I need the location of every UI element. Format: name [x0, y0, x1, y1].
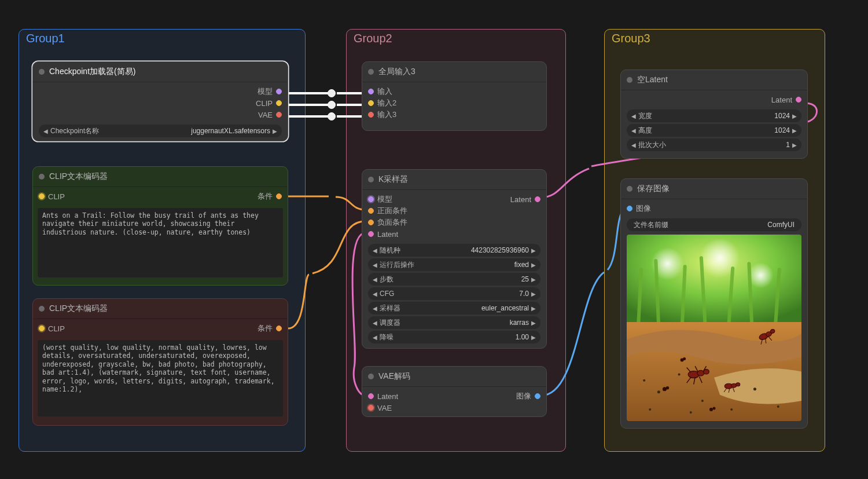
port-image-in[interactable] — [627, 206, 632, 211]
group3-title: Group3 — [612, 32, 650, 45]
chevron-right-icon[interactable]: ▶ — [531, 247, 536, 254]
svg-point-18 — [777, 405, 779, 408]
node-title: K采样器 — [378, 174, 408, 185]
port-latent-out[interactable] — [796, 97, 801, 103]
widget-filename-prefix[interactable]: 文件名前缀ComfyUI — [627, 218, 801, 231]
input-label: 输入2 — [377, 98, 396, 108]
port-vae-in[interactable] — [368, 405, 374, 411]
widget-steps[interactable]: ◀步数25▶ — [368, 273, 540, 286]
collapse-dot-icon[interactable] — [368, 177, 374, 182]
widget-seed[interactable]: ◀随机种442302825936960▶ — [368, 244, 540, 257]
port-cond-out[interactable] — [276, 326, 282, 331]
node-ksampler[interactable]: K采样器 模型 Latent 正面条件 负面条件 Latent ◀随机种4423… — [362, 169, 547, 349]
widget-value: ComfyUI — [767, 221, 795, 229]
input-label: 输入 — [377, 86, 392, 97]
chevron-right-icon[interactable]: ▶ — [531, 291, 536, 297]
chevron-left-icon[interactable]: ◀ — [373, 334, 377, 341]
input-label: Latent — [377, 230, 398, 239]
reroute[interactable] — [328, 101, 336, 109]
chevron-right-icon[interactable]: ▶ — [792, 113, 797, 119]
chevron-left-icon[interactable]: ◀ — [373, 320, 377, 326]
port-latent-out[interactable] — [535, 196, 540, 202]
chevron-left-icon[interactable]: ◀ — [373, 291, 377, 297]
output-label: Latent — [510, 195, 531, 204]
port-clip-in[interactable] — [39, 326, 45, 331]
chevron-right-icon[interactable]: ▶ — [531, 305, 536, 312]
collapse-dot-icon[interactable] — [368, 69, 374, 75]
node-clip-text-encode-positive[interactable]: CLIP文本编码器 CLIP 条件 Ants on a Trail: Follo… — [32, 166, 288, 286]
port-pos-in[interactable] — [368, 208, 374, 214]
port-in3[interactable] — [368, 112, 374, 118]
widget-label: 运行后操作 — [380, 260, 414, 270]
widget-height[interactable]: ◀高度1024▶ — [627, 124, 801, 137]
chevron-left-icon[interactable]: ◀ — [631, 127, 636, 134]
prompt-textarea[interactable]: (worst quality, low quality, normal qual… — [38, 340, 283, 416]
widget-ckpt-name[interactable]: ◀ Checkpoint名称 juggernautXL.safetensors … — [39, 125, 282, 137]
reroute[interactable] — [328, 89, 336, 97]
chevron-left-icon[interactable]: ◀ — [43, 128, 48, 134]
collapse-dot-icon[interactable] — [627, 186, 632, 192]
node-save-image[interactable]: 保存图像 图像 文件名前缀ComfyUI — [620, 178, 808, 429]
collapse-dot-icon[interactable] — [39, 174, 45, 180]
chevron-left-icon[interactable]: ◀ — [631, 142, 636, 148]
widget-scheduler[interactable]: ◀调度器karras▶ — [368, 316, 540, 329]
widget-cfg[interactable]: ◀CFG7.0▶ — [368, 287, 540, 300]
chevron-right-icon[interactable]: ▶ — [531, 334, 536, 341]
node-header[interactable]: Checkpoint加载器(简易) — [33, 62, 288, 82]
node-header[interactable]: K采样器 — [362, 170, 546, 190]
port-clip-in[interactable] — [39, 193, 45, 199]
node-clip-text-encode-negative[interactable]: CLIP文本编码器 CLIP 条件 (worst quality, low qu… — [32, 298, 288, 426]
chevron-right-icon[interactable]: ▶ — [792, 127, 797, 134]
port-neg-in[interactable] — [368, 220, 374, 225]
chevron-left-icon[interactable]: ◀ — [373, 276, 377, 283]
port-in2[interactable] — [368, 100, 374, 106]
chevron-left-icon[interactable]: ◀ — [373, 262, 377, 268]
port-latent-in[interactable] — [368, 231, 374, 237]
chevron-left-icon[interactable]: ◀ — [631, 113, 636, 119]
widget-sampler[interactable]: ◀采样器euler_ancestral▶ — [368, 302, 540, 315]
widget-width[interactable]: ◀宽度1024▶ — [627, 109, 801, 122]
output-vae-label: VAE — [258, 111, 273, 119]
chevron-right-icon[interactable]: ▶ — [792, 142, 797, 148]
reroute[interactable] — [328, 112, 336, 120]
port-model-in[interactable] — [368, 196, 374, 202]
chevron-left-icon[interactable]: ◀ — [373, 305, 377, 312]
collapse-dot-icon[interactable] — [39, 306, 45, 312]
port-latent-in[interactable] — [368, 393, 374, 399]
port-cond-out[interactable] — [276, 193, 282, 199]
widget-value: juggernautXL.safetensors — [191, 127, 270, 135]
chevron-right-icon[interactable]: ▶ — [531, 262, 536, 268]
node-checkpoint-loader[interactable]: Checkpoint加载器(简易) 模型 CLIP VAE ◀ Checkpoi… — [32, 61, 288, 141]
collapse-dot-icon[interactable] — [627, 77, 632, 83]
chevron-left-icon[interactable]: ◀ — [373, 247, 377, 254]
node-empty-latent[interactable]: 空Latent Latent ◀宽度1024▶ ◀高度1024▶ ◀批次大小1▶ — [620, 70, 808, 159]
widget-denoise[interactable]: ◀降噪1.00▶ — [368, 331, 540, 343]
port-model-out[interactable] — [276, 89, 282, 94]
node-header[interactable]: CLIP文本编码器 — [33, 299, 288, 319]
prompt-textarea[interactable]: Ants on a Trail: Follow the busy trail o… — [38, 208, 283, 277]
port-clip-out[interactable] — [276, 100, 282, 106]
port-in1[interactable] — [368, 89, 374, 94]
widget-batch[interactable]: ◀批次大小1▶ — [627, 138, 801, 151]
chevron-right-icon[interactable]: ▶ — [273, 128, 277, 134]
node-header[interactable]: 全局输入3 — [362, 62, 546, 82]
collapse-dot-icon[interactable] — [368, 374, 374, 379]
node-header[interactable]: CLIP文本编码器 — [33, 167, 288, 187]
widget-control-after-generate[interactable]: ◀运行后操作fixed▶ — [368, 258, 540, 271]
widget-label: 文件名前缀 — [634, 220, 668, 230]
chevron-right-icon[interactable]: ▶ — [531, 320, 536, 326]
chevron-right-icon[interactable]: ▶ — [531, 276, 536, 283]
collapse-dot-icon[interactable] — [39, 69, 45, 75]
port-image-out[interactable] — [535, 393, 540, 399]
node-header[interactable]: 空Latent — [621, 70, 807, 90]
port-vae-out[interactable] — [276, 112, 282, 118]
canvas[interactable]: Group1 Group2 Group3 Checkpoint加载器(简易) 模… — [0, 0, 868, 479]
node-header[interactable]: VAE解码 — [362, 367, 546, 387]
svg-point-32 — [736, 383, 740, 386]
node-vae-decode[interactable]: VAE解码 Latent 图像 VAE — [362, 366, 547, 417]
node-header[interactable]: 保存图像 — [621, 179, 807, 199]
widget-value: karras — [510, 319, 529, 327]
node-global-input[interactable]: 全局输入3 输入 输入2 输入3 — [362, 61, 547, 131]
input-clip-label: CLIP — [48, 192, 65, 201]
widget-value: 7.0 — [519, 290, 529, 298]
